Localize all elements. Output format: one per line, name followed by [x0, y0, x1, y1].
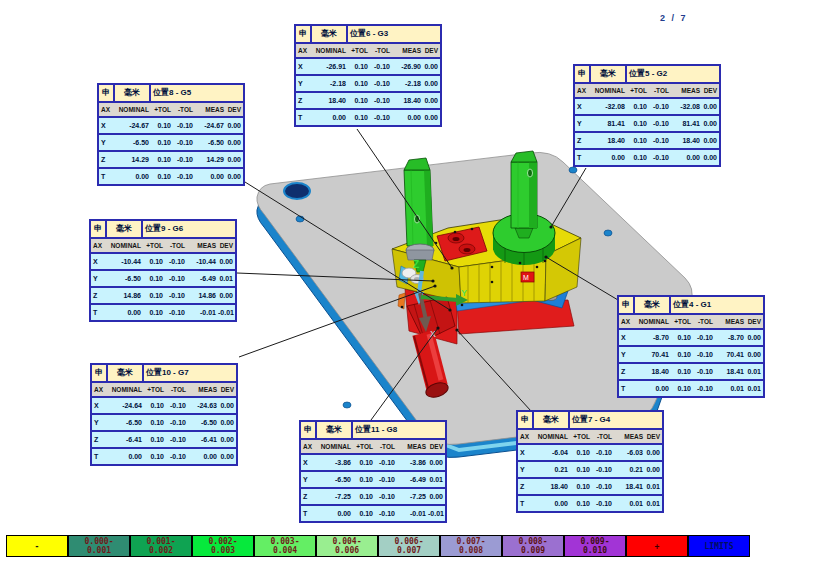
col-header-nominal: NOMINAL: [532, 433, 570, 440]
col-header-ptol: +TOL: [151, 106, 173, 113]
col-header-dev: DEV: [226, 106, 243, 113]
dimension-flag-g6[interactable]: 申 毫米 位置9 - G6 AXNOMINAL+TOL-TOLMEASDEV X…: [89, 219, 237, 322]
position-symbol-icon: 申: [99, 85, 115, 101]
value-cell: -3.86: [315, 459, 353, 466]
value-cell: 18.40: [532, 483, 570, 490]
axis-label: Z: [99, 156, 113, 163]
value-cell: -0.10: [375, 510, 397, 517]
value-cell: 0.00: [423, 97, 440, 104]
value-cell: 0.10: [671, 351, 693, 358]
col-header-dev: DEV: [702, 87, 719, 94]
value-cell: -0.10: [649, 103, 671, 110]
value-cell: -6.50: [315, 476, 353, 483]
flag-title: 位置5 - G2: [627, 66, 719, 82]
value-cell: -0.10: [649, 137, 671, 144]
value-cell: 18.40: [392, 97, 423, 104]
value-cell: 0.00: [392, 114, 423, 121]
axis-label: Y: [619, 351, 633, 358]
flag-row-y: Y-6.500.10-0.10-6.490.01: [91, 271, 235, 288]
value-cell: 0.00: [218, 258, 235, 265]
value-cell: 0.00: [645, 449, 662, 456]
col-header-ptol: +TOL: [671, 318, 693, 325]
value-cell: -8.70: [633, 334, 671, 341]
axis-label: Y: [92, 419, 106, 426]
value-cell: -6.50: [188, 419, 219, 426]
flag-row-t: T0.000.10-0.100.000.00: [296, 110, 440, 125]
value-cell: 18.40: [633, 368, 671, 375]
col-header-dev: DEV: [423, 47, 440, 54]
value-cell: -26.91: [310, 63, 348, 70]
col-header-meas: MEAS: [195, 106, 226, 113]
value-cell: 0.10: [353, 476, 375, 483]
col-header-nominal: NOMINAL: [105, 242, 143, 249]
column-header-row: AXNOMINAL+TOL-TOLMEASDEV: [575, 84, 719, 99]
value-cell: -7.25: [315, 493, 353, 500]
value-cell: -0.10: [370, 97, 392, 104]
y-axis-label: Y: [461, 288, 467, 298]
value-cell: 18.40: [310, 97, 348, 104]
value-cell: -0.10: [693, 351, 715, 358]
position-symbol-icon: 申: [575, 66, 591, 82]
value-cell: -0.01: [397, 510, 428, 517]
dimension-flag-g5[interactable]: 申 毫米 位置8 - G5 AXNOMINAL+TOL-TOLMEASDEV X…: [97, 83, 245, 186]
flag-rows: X-26.910.10-0.10-26.900.00Y-2.180.10-0.1…: [296, 59, 440, 125]
col-header-mtol: -TOL: [370, 47, 392, 54]
column-header-row: AXNOMINAL+TOL-TOLMEASDEV: [91, 239, 235, 254]
col-header-dev: DEV: [218, 242, 235, 249]
col-header-dev: DEV: [746, 318, 763, 325]
axis-label: X: [91, 258, 105, 265]
dimension-flag-g8[interactable]: 申 毫米 位置11 - G8 AXNOMINAL+TOL-TOLMEASDEV …: [299, 420, 447, 523]
legend-cell: LIMITS: [688, 535, 750, 557]
value-cell: 70.41: [715, 351, 746, 358]
position-symbol-icon: 申: [91, 221, 107, 237]
flag-row-t: T0.000.10-0.100.010.01: [619, 381, 763, 396]
col-header-ax: AX: [619, 318, 633, 325]
value-cell: 0.00: [702, 103, 719, 110]
dimension-flag-g3[interactable]: 申 毫米 位置6 - G3 AXNOMINAL+TOL-TOLMEASDEV X…: [294, 24, 442, 127]
flag-row-x: X-24.670.10-0.10-24.670.00: [99, 118, 243, 135]
flag-header: 申 毫米 位置7 - G4: [518, 412, 662, 430]
dimension-flag-g7[interactable]: 申 毫米 位置10 - G7 AXNOMINAL+TOL-TOLMEASDEV …: [90, 363, 238, 466]
value-cell: -0.10: [592, 466, 614, 473]
value-cell: 0.00: [195, 173, 226, 180]
axis-label: Z: [518, 483, 532, 490]
value-cell: -24.67: [195, 122, 226, 129]
value-cell: 0.00: [219, 419, 236, 426]
flag-row-y: Y-2.180.10-0.10-2.180.00: [296, 76, 440, 93]
value-cell: 0.10: [348, 114, 370, 121]
axis-label: Y: [296, 80, 310, 87]
dimension-flag-g4[interactable]: 申 毫米 位置7 - G4 AXNOMINAL+TOL-TOLMEASDEV X…: [516, 410, 664, 513]
axis-label: Y: [99, 139, 113, 146]
page-indicator: 2 / 7: [660, 13, 688, 23]
col-header-ptol: +TOL: [353, 443, 375, 450]
value-cell: -0.10: [592, 449, 614, 456]
flag-title: 位置7 - G4: [570, 412, 662, 428]
col-header-nominal: NOMINAL: [113, 106, 151, 113]
value-cell: -6.50: [195, 139, 226, 146]
value-cell: 0.10: [671, 334, 693, 341]
col-header-dev: DEV: [219, 386, 236, 393]
value-cell: 0.10: [151, 156, 173, 163]
value-cell: 81.41: [589, 120, 627, 127]
col-header-meas: MEAS: [614, 433, 645, 440]
col-header-ax: AX: [518, 433, 532, 440]
col-header-ptol: +TOL: [627, 87, 649, 94]
units-label: 毫米: [108, 365, 144, 381]
dimension-flag-g1[interactable]: 申 毫米 位置4 - G1 AXNOMINAL+TOL-TOLMEASDEV X…: [617, 295, 765, 398]
axis-label: X: [301, 459, 315, 466]
axis-label: T: [99, 173, 113, 180]
flag-row-y: Y-6.500.10-0.10-6.490.01: [301, 472, 445, 489]
value-cell: 0.00: [671, 154, 702, 161]
dimension-flag-g2[interactable]: 申 毫米 位置5 - G2 AXNOMINAL+TOL-TOLMEASDEV X…: [573, 64, 721, 167]
value-cell: 0.01: [746, 385, 763, 392]
col-header-ax: AX: [296, 47, 310, 54]
value-cell: -0.10: [370, 63, 392, 70]
value-cell: 0.10: [143, 292, 165, 299]
flag-rows: X-10.440.10-0.10-10.440.00Y-6.500.10-0.1…: [91, 254, 235, 320]
flag-rows: X-32.080.10-0.10-32.080.00Y81.410.10-0.1…: [575, 99, 719, 165]
value-cell: -0.01: [218, 309, 235, 316]
col-header-ax: AX: [91, 242, 105, 249]
flag-row-x: X-24.640.10-0.10-24.630.00: [92, 398, 236, 415]
value-cell: -6.04: [532, 449, 570, 456]
value-cell: -0.10: [370, 114, 392, 121]
